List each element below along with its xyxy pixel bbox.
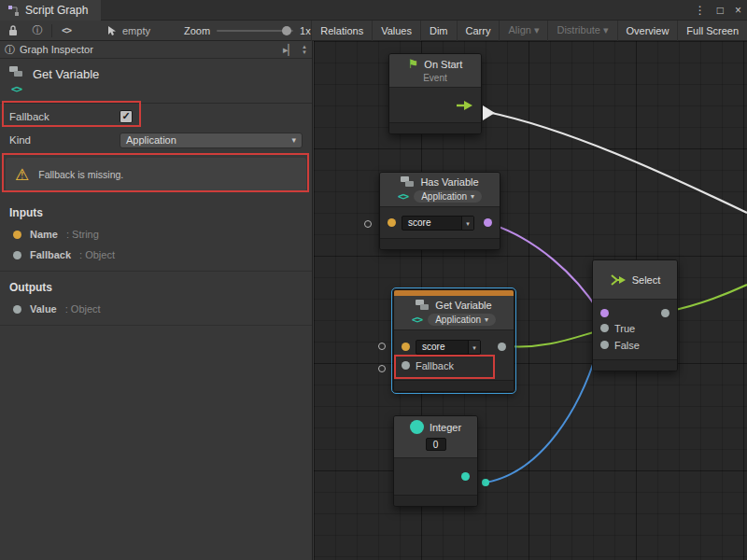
wire-get-variable-to-select-true[interactable] [507,331,597,346]
node-title: Has Variable [420,176,478,188]
empty-label: empty [122,25,150,36]
kind-dropdown[interactable]: Application ▾ [120,133,303,148]
variable-name-field[interactable]: score ▾ [402,216,474,231]
node-title: On Start [424,59,462,70]
scrollbar-arrows[interactable]: ▲ ▼ [302,44,307,55]
warning-box: ⚠ Fallback is missing. [6,158,306,191]
hollow-port-get-variable-name[interactable] [378,343,386,350]
port-dot-grey [13,305,21,314]
node-header: ⚑ On Start Event [389,54,481,88]
node-get-variable[interactable]: Get Variable <> Application ▾ score ▾ [393,289,514,392]
inspector-title: Graph Inspector [20,44,93,55]
tab-script-graph[interactable]: Script Graph [0,0,101,21]
maximize-icon[interactable]: □ [717,4,724,17]
info-icon: ⓘ [5,43,15,57]
flow-output-icon[interactable] [457,100,473,111]
input-row-name: Name : String [0,224,312,245]
port-name: Name [30,229,58,240]
fallback-label: Fallback [9,111,120,122]
node-footer [394,495,477,506]
fallback-port-label: Fallback [416,360,454,371]
kind-pill[interactable]: Application ▾ [414,190,482,203]
false-input-port[interactable] [600,341,609,349]
node-title: Get Variable [435,300,491,311]
dropdown-arrow-icon: ▾ [461,217,473,230]
kind-pill[interactable]: Application ▾ [428,314,496,326]
align-button[interactable]: Align ▾ [499,21,547,41]
wire-select-output[interactable] [670,285,747,311]
graph-toolbar: ⓘ <> empty Zoom 1x Relations Values Dim … [0,21,747,41]
node-has-variable[interactable]: Has Variable <> Application ▾ score ▾ [379,172,500,250]
name-input-port[interactable] [402,343,410,351]
node-header: Integer 0 [394,416,477,458]
output-row-value: Value : Object [0,299,312,319]
port-type: : String [66,229,99,240]
dropdown-arrow-icon: ▾ [468,341,480,354]
variables-icon [401,176,415,188]
inspector-header: ⓘ Graph Inspector ▸▏ ▲ ▼ [0,41,312,59]
true-input-port[interactable] [600,324,609,332]
dock-icon[interactable]: ▸▏ [283,44,296,56]
close-icon[interactable]: × [735,4,741,17]
values-button[interactable]: Values [372,21,420,41]
separator [51,24,52,37]
info-icon[interactable]: ⓘ [28,21,47,40]
integer-output-port[interactable] [461,472,470,481]
variable-name: score [416,342,468,352]
fallback-row: Fallback ✓ [0,104,312,129]
dim-button[interactable]: Dim [420,21,457,41]
integer-value-field[interactable]: 0 [426,438,446,451]
code-icon: <> [11,83,21,95]
outputs-header: Outputs [0,272,312,299]
input-row-fallback: Fallback : Object [0,245,312,265]
lock-icon[interactable] [4,21,22,40]
overview-button[interactable]: Overview [617,21,678,41]
kind-label: Kind [9,134,120,146]
select-icon [610,273,627,287]
hollow-port-get-variable-fallback[interactable] [378,365,386,372]
carry-button[interactable]: Carry [457,21,500,41]
false-label: False [614,340,640,351]
kebab-menu-icon[interactable]: ⋮ [695,4,706,17]
pointer-icon [107,25,118,36]
dropdown-arrow-icon: ▾ [291,135,296,145]
code-icon: <> [398,190,408,203]
kind-value: Application [126,134,176,146]
wire-control-flow[interactable] [487,112,747,213]
bool-output-port[interactable] [484,218,492,227]
distribute-button[interactable]: Distribute ▾ [547,21,616,41]
condition-input-port[interactable] [600,309,609,317]
relations-button[interactable]: Relations [311,21,372,41]
node-integer[interactable]: Integer 0 [393,415,478,507]
code-icon[interactable]: <> [57,21,76,40]
node-subtitle: Event [395,73,475,83]
port-name: Value [30,303,57,315]
zoom-control: Zoom 1x [184,25,311,36]
variable-name-field[interactable]: score ▾ [416,340,481,355]
toolbar-buttons: Relations Values Dim Carry Align ▾ Distr… [311,21,747,41]
node-footer [389,122,481,133]
fallback-input-port[interactable] [402,361,410,370]
wires-svg [314,41,747,560]
fullscreen-button[interactable]: Full Screen [677,21,747,41]
selection-output-port[interactable] [661,309,669,317]
graph-canvas[interactable]: ⚑ On Start Event Has [314,41,747,560]
zoom-knob[interactable] [282,26,291,35]
script-graph-window: Script Graph ⋮ □ × ⓘ <> empty Zoom 1x [0,0,747,560]
node-title: Integer [430,422,461,433]
hollow-port-has-variable-name[interactable] [364,220,372,228]
scroll-down-icon[interactable]: ▼ [302,49,307,55]
wire-endpoint-teal [482,479,489,486]
node-on-start[interactable]: ⚑ On Start Event [388,53,482,134]
node-footer [380,238,500,249]
divider [0,325,312,326]
warning-icon: ⚠ [15,167,29,183]
node-select[interactable]: Select True False [592,259,678,371]
inputs-header: Inputs [0,197,312,224]
zoom-slider[interactable] [217,30,293,32]
flag-icon: ⚑ [408,58,419,70]
value-output-port[interactable] [498,343,506,351]
fallback-checkbox[interactable]: ✓ [120,110,133,123]
kind-value: Application [435,315,481,325]
name-input-port[interactable] [388,218,396,227]
